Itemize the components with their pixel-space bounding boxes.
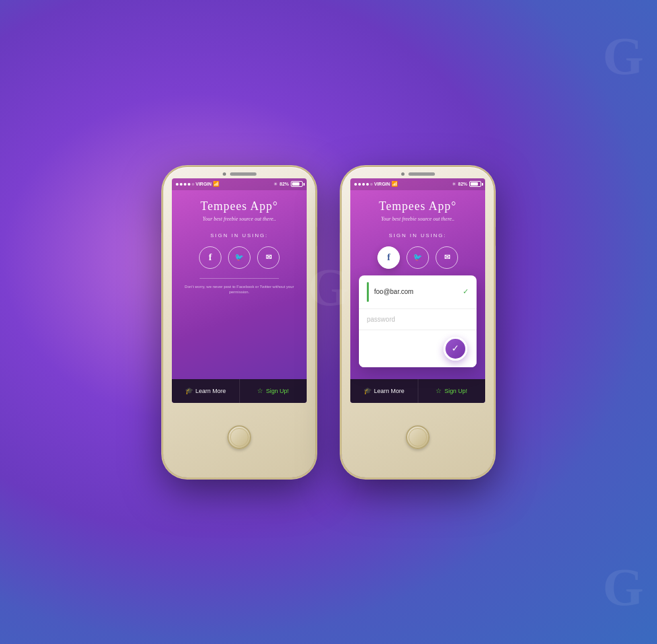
status-right: ✳ 82% [274,181,303,187]
signal-strength [176,183,194,186]
twitter-button-2[interactable]: 🐦 [406,246,429,269]
sign-up-label-2: Sign Up! [444,388,467,394]
bluetooth-icon-2: ✳ [452,182,456,187]
bottom-bar-2: 🎓 Learn More ☆ Sign Up! [350,379,485,403]
email-input[interactable]: foo@bar.com [374,288,463,295]
carrier-name-2: VIRGIN [374,182,390,186]
home-button-2[interactable] [406,425,430,449]
learn-more-label-2: Learn More [374,388,405,394]
submit-button[interactable]: ✓ [444,337,467,361]
status-right-2: ✳ 82% [452,181,481,187]
graduation-icon-2: 🎓 [364,387,371,394]
home-button-inner-2 [408,428,427,447]
login-form: foo@bar.com ✓ password ✓ [359,275,477,367]
sign-up-button-2[interactable]: ☆ Sign Up! [418,379,486,403]
star-icon: ☆ [257,387,263,394]
phone-2: VIRGIN 📶 ✳ 82% Tempees App° Your best fr… [342,167,494,478]
phone-screen-2: VIRGIN 📶 ✳ 82% Tempees App° Your best fr… [350,178,485,403]
status-bar-2: VIRGIN 📶 ✳ 82% [350,178,485,190]
battery-percent: 82% [280,182,289,186]
volume-button-2 [340,220,342,233]
check-icon: ✓ [463,287,469,296]
learn-more-label: Learn More [196,388,226,394]
app-subtitle: Your best freebie source out there.. [202,216,276,222]
facebook-button[interactable]: f [199,246,221,269]
star-icon-2: ☆ [436,387,442,394]
speaker-2 [408,172,435,176]
divider [200,278,279,279]
social-icons-2: f 🐦 ✉ [377,246,458,269]
email-field-row: foo@bar.com ✓ [359,275,477,309]
phone-chin [227,403,251,478]
power-button [315,227,317,246]
phone-top-2 [342,167,494,178]
status-left-2: VIRGIN 📶 [354,181,398,187]
disclaimer-text: Don't worry, we never post to Facebook o… [178,284,300,295]
camera-area-2 [401,172,435,176]
email-button-2[interactable]: ✉ [436,246,458,269]
field-accent [367,282,369,302]
password-field-row[interactable]: password [359,309,477,330]
status-left: VIRGIN 📶 [176,181,219,187]
battery-icon-2 [469,181,481,187]
graduation-icon: 🎓 [185,387,193,394]
carrier-name: VIRGIN [196,182,212,186]
signal-strength-2 [354,183,373,186]
volume-button [161,220,163,233]
learn-more-button-2[interactable]: 🎓 Learn More [350,379,418,403]
phone-screen-1: VIRGIN 📶 ✳ 82% Tempees App° Your best fr… [172,178,307,403]
camera-area [223,172,256,176]
wifi-icon-2: 📶 [391,181,398,187]
password-input[interactable]: password [367,316,395,323]
camera-dot-2 [401,172,405,176]
phone-top [163,167,315,178]
home-button-inner [230,428,249,447]
sign-up-button[interactable]: ☆ Sign Up! [240,379,307,403]
app-title-2: Tempees App° [379,199,456,213]
sign-up-label: Sign Up! [266,388,289,394]
bluetooth-icon: ✳ [274,182,278,187]
speaker [230,172,256,176]
facebook-button-2[interactable]: f [377,246,400,269]
sign-in-label-2: SIGN IN USING: [389,233,447,238]
battery-icon [291,181,303,187]
phone-1: VIRGIN 📶 ✳ 82% Tempees App° Your best fr… [163,167,315,478]
bottom-bar-1: 🎓 Learn More ☆ Sign Up! [172,379,307,403]
sign-in-label: SIGN IN USING: [210,233,268,238]
battery-percent-2: 82% [458,182,467,186]
phone-chin-2 [406,403,430,478]
app-subtitle-2: Your best freebie source out there.. [381,216,454,222]
camera-dot [223,172,226,176]
email-button[interactable]: ✉ [257,246,280,269]
submit-container: ✓ [359,330,477,367]
power-button-2 [494,227,496,246]
app-content-2: Tempees App° Your best freebie source ou… [350,190,485,379]
social-icons: f 🐦 ✉ [199,246,280,269]
app-content-1: Tempees App° Your best freebie source ou… [172,190,307,379]
watermark: G G G [0,0,657,644]
status-bar: VIRGIN 📶 ✳ 82% [172,178,307,190]
home-button[interactable] [227,425,251,449]
twitter-button[interactable]: 🐦 [228,246,251,269]
app-title: Tempees App° [200,199,278,213]
wifi-icon: 📶 [213,181,219,187]
learn-more-button[interactable]: 🎓 Learn More [172,379,240,403]
